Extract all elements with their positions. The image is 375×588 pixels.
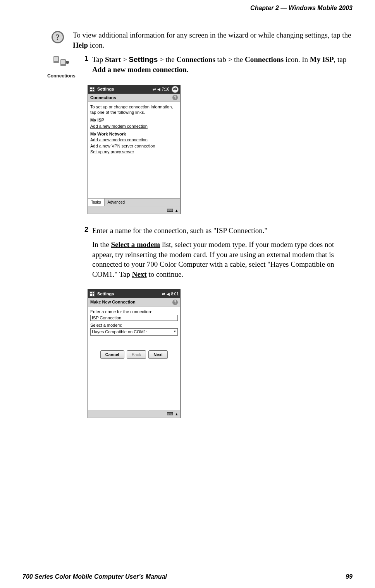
- pda1-time: 7:16: [162, 87, 169, 92]
- add-vpn-link[interactable]: Add a new VPN server connection: [90, 143, 178, 149]
- step2-para2: In the Select a modem list, select your …: [92, 240, 353, 279]
- svg-rect-14: [90, 292, 92, 293]
- pda1-subhead: Connections ?: [88, 94, 180, 102]
- pda2-subhead-text: Make New Connection: [90, 299, 136, 305]
- help-note-row: ? To view additional information for any…: [50, 30, 353, 50]
- svg-rect-16: [90, 294, 92, 296]
- svg-rect-4: [54, 57, 58, 61]
- next-button[interactable]: Next: [148, 350, 168, 359]
- setup-proxy-link[interactable]: Set up my proxy server: [90, 149, 178, 154]
- help-icon: ?: [50, 30, 66, 50]
- pda1-intro: To set up or change connection informati…: [90, 104, 178, 115]
- speaker-icon: ◀: [157, 87, 160, 92]
- select-modem-value: Hayes Compatible on COM1:: [92, 329, 147, 334]
- svg-rect-12: [93, 90, 94, 91]
- signal-icon: ⇄: [162, 291, 165, 297]
- t: , tap: [334, 55, 347, 63]
- pda2-bottombar: ⌨ ▴: [88, 410, 180, 418]
- t: .: [187, 65, 189, 74]
- pda2-label-name: Enter a name for the connection:: [90, 309, 178, 314]
- t: >: [121, 55, 129, 63]
- t: Tap: [92, 55, 105, 63]
- t: In the: [92, 240, 111, 249]
- chevron-down-icon: ▾: [174, 329, 176, 334]
- add-modem-isp-link[interactable]: Add a new modem connection: [90, 123, 178, 129]
- pda1-tabs: Tasks Advanced: [88, 198, 180, 206]
- pda-screenshot-make-new-connection: Settings ⇄ ◀ 8:01 Make New Connection ? …: [88, 289, 181, 418]
- svg-rect-10: [93, 87, 94, 89]
- connections-icon-label: Connections: [47, 73, 75, 79]
- keyboard-icon[interactable]: ⌨: [167, 411, 173, 417]
- step1-text: Tap Start > Settings > the Connections t…: [92, 55, 353, 74]
- svg-rect-9: [90, 87, 92, 89]
- pda1-body: To set up or change connection informati…: [88, 102, 180, 198]
- pda2-titlebar: Settings ⇄ ◀ 8:01: [88, 290, 180, 298]
- pda2-label-modem: Select a modem:: [90, 322, 178, 328]
- ok-button[interactable]: ok: [172, 86, 179, 93]
- pda1-status: ⇄ ◀ 7:16: [153, 87, 169, 92]
- start-flag-icon[interactable]: [89, 87, 95, 92]
- tab-tasks[interactable]: Tasks: [88, 199, 105, 206]
- svg-rect-11: [90, 90, 92, 91]
- help-pre: To view additional information for any s…: [73, 31, 351, 39]
- main-content: ? To view additional information for any…: [50, 30, 353, 430]
- pda2-subhead: Make New Connection ?: [88, 298, 180, 306]
- svg-text:?: ?: [56, 32, 60, 42]
- help-icon[interactable]: ?: [172, 95, 178, 100]
- t: Connections: [176, 55, 215, 63]
- help-note-text: To view additional information for any s…: [73, 30, 353, 50]
- t: Select a modem: [111, 240, 160, 249]
- start-flag-icon[interactable]: [89, 291, 95, 297]
- svg-rect-17: [93, 294, 94, 296]
- pda2-body: Enter a name for the connection: Select …: [88, 307, 180, 410]
- up-arrow-icon[interactable]: ▴: [175, 207, 178, 213]
- t: Add a new modem connection: [92, 65, 187, 74]
- svg-point-7: [66, 61, 69, 64]
- pda2-title: Settings: [97, 291, 160, 297]
- help-post: icon.: [88, 41, 104, 49]
- pda1-work-label: My Work Network: [90, 131, 178, 137]
- connection-name-input[interactable]: [90, 315, 178, 321]
- step1-row: Connections 1 Tap Start > Settings > the…: [50, 55, 353, 430]
- svg-rect-15: [93, 292, 94, 293]
- step2-number: 2: [82, 226, 88, 279]
- t: to continue.: [147, 270, 183, 278]
- pda2-status: ⇄ ◀ 8:01: [162, 291, 179, 297]
- t: Settings: [129, 55, 158, 63]
- help-bold: Help: [73, 41, 88, 49]
- t: Next: [132, 270, 147, 278]
- connections-icon: Connections: [47, 55, 75, 430]
- signal-icon: ⇄: [153, 87, 156, 92]
- help-icon[interactable]: ?: [172, 300, 178, 305]
- pda1-titlebar: Settings ⇄ ◀ 7:16 ok: [88, 85, 180, 94]
- step1-number: 1: [82, 55, 88, 74]
- tab-advanced[interactable]: Advanced: [105, 199, 128, 206]
- pda1-subhead-text: Connections: [90, 95, 116, 100]
- pda2-time: 8:01: [171, 291, 179, 297]
- t: Start: [105, 55, 121, 63]
- pda1-isp-label: My ISP: [90, 117, 178, 123]
- speaker-icon: ◀: [167, 291, 170, 297]
- pda-screenshot-connections: Settings ⇄ ◀ 7:16 ok Connections ? To se…: [88, 85, 181, 214]
- t: > the: [158, 55, 176, 63]
- step2-line1: Enter a name for the connection, such as…: [92, 226, 353, 236]
- pda1-bottombar: ⌨ ▴: [88, 206, 180, 214]
- t: icon. In: [284, 55, 310, 63]
- svg-rect-6: [61, 60, 65, 64]
- page-footer-left: 700 Series Color Mobile Computer User's …: [22, 573, 167, 580]
- up-arrow-icon[interactable]: ▴: [175, 411, 178, 417]
- pda1-title: Settings: [97, 86, 150, 92]
- add-modem-work-link[interactable]: Add a new modem connection: [90, 137, 178, 142]
- t: My ISP: [310, 55, 334, 63]
- page-footer-right: 99: [346, 573, 353, 580]
- page-header: Chapter 2 — Windows Mobile 2003: [250, 5, 353, 12]
- cancel-button[interactable]: Cancel: [100, 350, 124, 359]
- t: tab > the: [215, 55, 245, 63]
- back-button: Back: [127, 350, 146, 359]
- t: Connections: [245, 55, 284, 63]
- keyboard-icon[interactable]: ⌨: [167, 207, 173, 213]
- select-modem-dropdown[interactable]: Hayes Compatible on COM1: ▾: [90, 328, 178, 335]
- step2-text: Enter a name for the connection, such as…: [92, 226, 353, 279]
